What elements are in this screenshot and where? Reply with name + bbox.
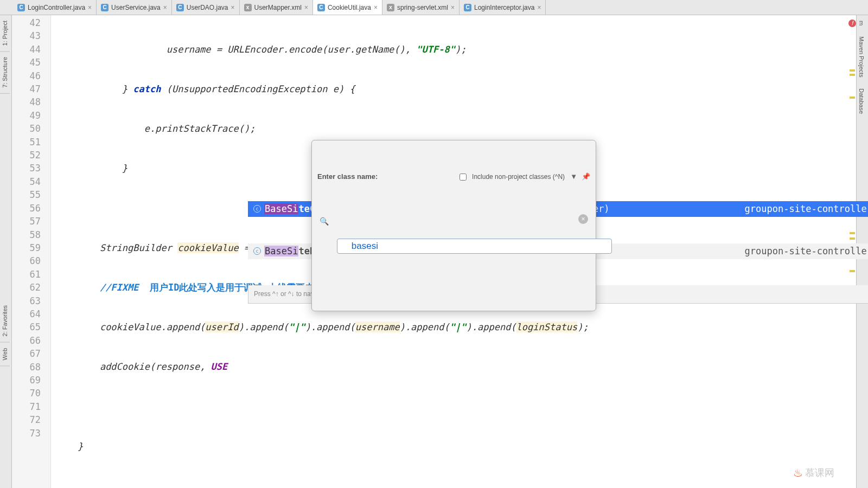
watermark: ♨ 慕课网 (793, 466, 834, 479)
goto-class-popup: Enter class name: Include non-project cl… (311, 140, 596, 311)
close-icon[interactable]: × (451, 4, 455, 11)
sidebar-favorites[interactable]: 2: Favorites (0, 300, 10, 342)
close-icon[interactable]: × (231, 4, 235, 11)
checkbox-label: Include non-project classes (^N) (472, 170, 565, 183)
popup-title: Enter class name: (317, 170, 378, 183)
tab-label: UserDAO.java (187, 4, 228, 11)
editor-pane: 4243444546474849505152535455565758596061… (12, 15, 856, 488)
java-file-icon: C (176, 4, 184, 11)
tab-label: UserMapper.xml (254, 4, 302, 11)
java-file-icon: C (317, 4, 325, 11)
tab-cookie-util[interactable]: CCookieUtil.java× (313, 0, 382, 15)
tab-user-service[interactable]: CUserService.java× (97, 0, 172, 15)
editor-tabs: CLoginController.java× CUserService.java… (0, 0, 868, 15)
tab-label: LoginController.java (28, 4, 85, 11)
clear-input-icon[interactable]: × (578, 214, 588, 224)
code-area[interactable]: username = URLEncoder.encode(user.getNam… (51, 15, 856, 488)
sidebar-project[interactable]: 1: Project (0, 15, 10, 52)
sidebar-web[interactable]: Web (0, 343, 10, 366)
filter-icon[interactable]: ▼ (570, 170, 577, 183)
close-icon[interactable]: × (163, 4, 167, 11)
close-icon[interactable]: × (88, 4, 92, 11)
tab-label: LoginInterceptor.java (474, 4, 534, 11)
class-icon: c (253, 205, 261, 213)
java-file-icon: C (17, 4, 25, 11)
sidebar-structure[interactable]: 7: Structure (0, 52, 10, 94)
sidebar-maven[interactable]: m (857, 15, 866, 31)
line-gutter: 4243444546474849505152535455565758596061… (12, 15, 51, 488)
error-indicator-icon[interactable]: ! (848, 20, 856, 27)
include-non-project-checkbox[interactable] (459, 174, 467, 181)
class-name-input[interactable] (337, 239, 612, 254)
left-tool-sidebar: 1: Project 7: Structure 2: Favorites Web (0, 15, 12, 488)
close-icon[interactable]: × (537, 4, 541, 11)
close-icon[interactable]: × (374, 4, 378, 11)
close-icon[interactable]: × (304, 4, 308, 11)
tab-spring-servlet[interactable]: xspring-servlet.xml× (382, 0, 459, 15)
flame-icon: ♨ (793, 466, 803, 479)
xml-file-icon: x (244, 4, 252, 11)
xml-file-icon: x (387, 4, 394, 11)
module-label: groupon-site-controller (745, 202, 868, 215)
java-file-icon: C (464, 4, 471, 11)
tab-user-mapper[interactable]: xUserMapper.xml× (240, 0, 313, 15)
tab-login-controller[interactable]: CLoginController.java× (13, 0, 97, 15)
java-file-icon: C (101, 4, 108, 11)
tab-user-dao[interactable]: CUserDAO.java× (172, 0, 240, 15)
tab-login-interceptor[interactable]: CLoginInterceptor.java× (459, 0, 546, 15)
module-label: groupon-site-controller (745, 245, 868, 258)
pin-icon[interactable]: 📌 (582, 170, 590, 183)
tab-label: CookieUtil.java (328, 4, 371, 11)
class-icon: c (253, 247, 261, 255)
search-icon: 🔍 (320, 215, 329, 228)
tab-label: UserService.java (111, 4, 161, 11)
tab-label: spring-servlet.xml (397, 4, 448, 11)
